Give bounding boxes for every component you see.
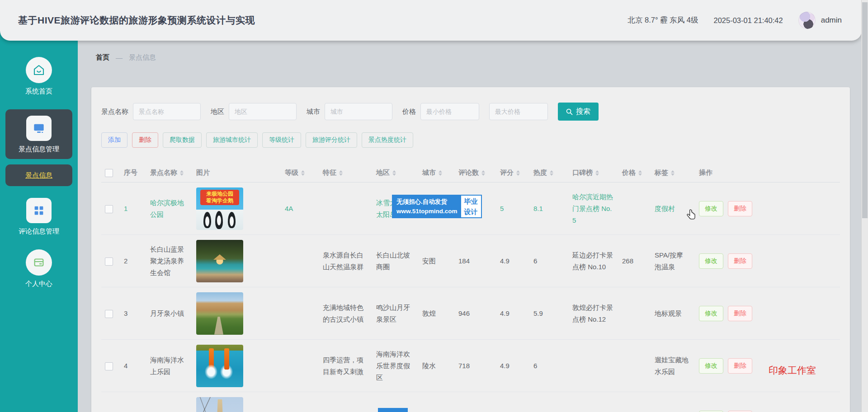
edit-button[interactable]: 修改 bbox=[699, 253, 723, 269]
delete-button[interactable]: 删除 bbox=[728, 358, 752, 374]
search-button-label: 搜索 bbox=[576, 107, 590, 117]
column-header-label: 口碑榜 bbox=[572, 169, 593, 176]
column-header-label: 价格 bbox=[622, 169, 636, 176]
sidebar-item-comment-management[interactable]: 评论信息管理 bbox=[0, 198, 78, 236]
delete-button[interactable]: 删除 bbox=[728, 306, 752, 321]
main-content: 首页 — 景点信息 景点名称 地区 城市 价格 搜索 bbox=[78, 41, 862, 412]
cell-image: 来极地公园看淘学企鹅 bbox=[193, 183, 281, 235]
sort-icon[interactable] bbox=[516, 170, 520, 176]
table-row[interactable]: 4海南海洋水上乐园四季运营，项目新奇又刺激海南海洋欢乐世界度假区陵水7184.9… bbox=[101, 340, 840, 392]
sidebar-item-spot-info[interactable]: 景点信息 bbox=[5, 164, 72, 186]
cell-rank: 哈尔滨近期热门景点榜 No.5 bbox=[569, 183, 618, 235]
toolbar-button-5[interactable]: 旅游评分统计 bbox=[306, 132, 357, 148]
table-row[interactable]: 2长白山蓝景聚龙汤泉养生会馆泉水源自长白山天然温泉群长白山北坡商圈安图1844.… bbox=[101, 235, 840, 287]
column-header: 口碑榜 bbox=[569, 163, 618, 183]
sort-icon[interactable] bbox=[339, 170, 343, 176]
toolbar-button-4[interactable]: 等级统计 bbox=[262, 132, 301, 148]
spot-image[interactable]: 来极地公园看淘学企鹅 bbox=[196, 187, 243, 230]
sort-icon[interactable] bbox=[638, 170, 642, 176]
scrollbar-thumb[interactable] bbox=[862, 2, 868, 218]
sort-icon[interactable] bbox=[392, 170, 396, 176]
cell-heat: 8.1 bbox=[530, 183, 569, 235]
toolbar-button-6[interactable]: 景点热度统计 bbox=[362, 132, 413, 148]
column-header: 图片 bbox=[193, 163, 281, 183]
spot-image[interactable] bbox=[196, 345, 243, 387]
column-header: 评分 bbox=[496, 163, 530, 183]
cell-index bbox=[120, 392, 146, 412]
avatar[interactable] bbox=[798, 12, 816, 29]
column-header-label: 序号 bbox=[124, 169, 137, 176]
select-all-checkbox[interactable] bbox=[105, 169, 113, 177]
toolbar: 添加删除爬取数据旅游城市统计等级统计旅游评分统计景点热度统计 bbox=[101, 132, 840, 148]
sort-icon[interactable] bbox=[180, 170, 184, 176]
cell-region: 鸣沙山月牙泉景区 bbox=[373, 287, 419, 340]
spot-image[interactable] bbox=[196, 397, 243, 412]
cell-name: 月牙泉小镇 bbox=[146, 287, 193, 340]
cell-city bbox=[419, 392, 455, 412]
toolbar-button-3[interactable]: 旅游城市统计 bbox=[206, 132, 258, 148]
cell-tags: SPA/按摩 泡温泉 bbox=[651, 235, 695, 287]
cell-heat bbox=[530, 392, 569, 412]
column-header: 序号 bbox=[120, 163, 146, 183]
sort-icon[interactable] bbox=[481, 170, 485, 176]
price-max-input[interactable] bbox=[489, 103, 548, 120]
page-scrollbar[interactable] bbox=[861, 0, 868, 412]
row-checkbox[interactable] bbox=[105, 362, 113, 370]
sidebar-item-spot-management[interactable]: 景点信息管理 bbox=[5, 109, 72, 159]
column-header-label: 操作 bbox=[699, 169, 712, 176]
sort-icon[interactable] bbox=[439, 170, 442, 176]
image-caption: 来极地公园看淘学企鹅 bbox=[200, 190, 239, 205]
cell-level bbox=[281, 392, 319, 412]
delete-button[interactable]: 删除 bbox=[728, 411, 752, 412]
breadcrumb-home[interactable]: 首页 bbox=[96, 53, 109, 62]
price-min-input[interactable] bbox=[420, 103, 479, 120]
cell-city: 敦煌 bbox=[419, 287, 455, 340]
toolbar-button-0[interactable]: 添加 bbox=[101, 132, 127, 148]
column-header: 等级 bbox=[281, 163, 319, 183]
row-checkbox[interactable] bbox=[105, 258, 113, 266]
spot-image[interactable] bbox=[196, 292, 243, 335]
watermark-overlay: 无须担心.自动发货 www.51topmind.com 毕业 设计 bbox=[392, 195, 482, 218]
table-header-row: 序号景点名称图片等级特征地区城市评论数评分热度口碑榜价格标签操作 bbox=[101, 163, 840, 183]
cell-city: 安图 bbox=[419, 235, 455, 287]
filter-bar: 景点名称 地区 城市 价格 搜索 bbox=[101, 103, 840, 121]
cell-region: 海南海洋欢乐世界度假区 bbox=[373, 340, 419, 392]
edit-button[interactable]: 修改 bbox=[699, 306, 723, 321]
delete-button[interactable]: 删除 bbox=[728, 253, 752, 269]
edit-button[interactable]: 修改 bbox=[699, 411, 723, 412]
filter-city-label: 城市 bbox=[307, 108, 320, 116]
sort-icon[interactable] bbox=[550, 170, 553, 176]
spot-image[interactable] bbox=[196, 240, 243, 282]
sidebar-item-profile[interactable]: 个人中心 bbox=[0, 249, 78, 288]
column-header-label: 特征 bbox=[323, 169, 336, 176]
cell-price bbox=[618, 183, 651, 235]
delete-button[interactable]: 删除 bbox=[728, 201, 752, 216]
cell-region: 长白山北坡商圈 bbox=[373, 235, 419, 287]
table-row[interactable]: 三山八刹十二修改删除 bbox=[101, 392, 840, 412]
table-row[interactable]: 3月牙泉小镇充满地域特色的古汉式小镇鸣沙山月牙泉景区敦煌9464.95.9敦煌必… bbox=[101, 287, 840, 340]
cell-rank bbox=[569, 392, 618, 412]
spot-name-input[interactable] bbox=[133, 103, 201, 120]
edit-button[interactable]: 修改 bbox=[699, 201, 723, 216]
column-header: 地区 bbox=[373, 163, 419, 183]
column-header: 价格 bbox=[618, 163, 651, 183]
toolbar-button-1[interactable]: 删除 bbox=[132, 132, 158, 148]
search-button[interactable]: 搜索 bbox=[558, 103, 599, 121]
sort-icon[interactable] bbox=[301, 170, 305, 176]
user-menu[interactable]: admin bbox=[798, 12, 842, 29]
row-checkbox[interactable] bbox=[105, 310, 113, 318]
cell-level bbox=[281, 235, 319, 287]
edit-button[interactable]: 修改 bbox=[699, 358, 723, 374]
sort-icon[interactable] bbox=[595, 170, 599, 176]
sidebar-item-home[interactable]: 系统首页 bbox=[0, 57, 78, 96]
city-input[interactable] bbox=[325, 103, 392, 120]
cell-index: 1 bbox=[120, 183, 146, 235]
row-checkbox[interactable] bbox=[105, 205, 113, 213]
column-header: 热度 bbox=[530, 163, 569, 183]
cell-rank: 敦煌必打卡景点榜 No.12 bbox=[569, 287, 618, 340]
region-input[interactable] bbox=[229, 103, 297, 120]
top-header: 基于HIVE旅游评论数据的旅游形象预测系统设计与实现 北京 8.7° 霾 东风 … bbox=[0, 0, 862, 41]
sort-icon[interactable] bbox=[671, 170, 675, 176]
toolbar-button-2[interactable]: 爬取数据 bbox=[163, 132, 202, 148]
cell-name: 长白山蓝景聚龙汤泉养生会馆 bbox=[146, 235, 193, 287]
